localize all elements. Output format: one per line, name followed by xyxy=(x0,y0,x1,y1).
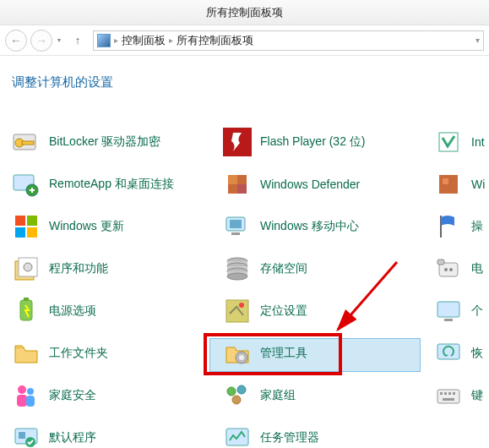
svg-rect-14 xyxy=(15,227,25,238)
up-button[interactable]: ↑ xyxy=(69,32,86,49)
svg-rect-38 xyxy=(444,319,453,321)
item-label: 键 xyxy=(471,388,483,403)
svg-rect-51 xyxy=(444,392,447,395)
item-label: RemoteApp 和桌面连接 xyxy=(49,177,174,192)
item-phone[interactable]: 电 xyxy=(434,254,485,283)
item-task-manager[interactable]: 任务管理器 xyxy=(223,423,434,448)
wifi-icon xyxy=(434,170,463,199)
item-homegroup[interactable]: 家庭组 xyxy=(223,381,434,410)
power-icon xyxy=(12,297,41,325)
item-admin-tools[interactable]: 管理工具 xyxy=(223,339,434,368)
flash-icon xyxy=(223,128,252,156)
svg-rect-9 xyxy=(237,184,247,194)
svg-point-42 xyxy=(18,385,26,394)
item-label: Int xyxy=(471,135,485,149)
item-label: Flash Player (32 位) xyxy=(260,134,365,150)
item-keyboard[interactable]: 键 xyxy=(434,381,485,410)
item-programs[interactable]: 程序和功能 xyxy=(12,254,223,283)
svg-rect-35 xyxy=(226,300,248,322)
svg-rect-52 xyxy=(448,392,451,395)
item-work-folders[interactable]: 工作文件夹 xyxy=(12,339,223,368)
page-heading: 调整计算机的设置 xyxy=(0,56,489,90)
svg-rect-18 xyxy=(231,232,240,235)
forward-button[interactable]: → xyxy=(30,30,52,52)
item-label: Wi xyxy=(471,178,485,191)
internet-icon xyxy=(434,128,463,156)
svg-rect-8 xyxy=(228,175,237,184)
item-label: 存储空间 xyxy=(260,261,307,276)
svg-rect-50 xyxy=(440,392,443,395)
item-personal[interactable]: 个 xyxy=(434,297,485,325)
window-title: 所有控制面板项 xyxy=(206,6,283,19)
svg-point-36 xyxy=(239,303,244,308)
recovery-icon xyxy=(434,339,463,368)
svg-point-40 xyxy=(239,355,244,360)
breadcrumb-sep: ▸ xyxy=(169,36,173,45)
item-flash[interactable]: Flash Player (32 位) xyxy=(223,128,434,156)
task-manager-icon xyxy=(223,423,252,448)
svg-rect-53 xyxy=(453,392,455,395)
svg-point-43 xyxy=(27,388,34,395)
item-bitlocker[interactable]: BitLocker 驱动器加密 xyxy=(12,128,223,156)
defender-icon xyxy=(223,170,252,199)
item-family-safety[interactable]: 家庭安全 xyxy=(12,381,223,410)
item-label: 电 xyxy=(471,261,483,276)
keyboard-icon xyxy=(434,381,463,410)
item-recovery[interactable]: 恢 xyxy=(434,339,485,368)
svg-point-48 xyxy=(232,396,241,404)
svg-rect-4 xyxy=(439,133,458,151)
item-location[interactable]: 定位设置 xyxy=(223,297,434,325)
svg-rect-17 xyxy=(230,220,242,228)
default-programs-icon xyxy=(12,423,41,448)
item-label: 家庭安全 xyxy=(49,388,96,403)
svg-rect-37 xyxy=(437,302,459,317)
item-remoteapp[interactable]: RemoteApp 和桌面连接 xyxy=(12,170,223,199)
family-icon xyxy=(12,381,41,410)
svg-rect-56 xyxy=(19,432,25,439)
phone-icon xyxy=(434,254,463,283)
item-label: 默认程序 xyxy=(49,430,96,445)
remoteapp-icon xyxy=(12,170,41,199)
item-mobility[interactable]: Windows 移动中心 xyxy=(223,212,434,241)
item-default-programs[interactable]: 默认程序 xyxy=(12,423,223,448)
breadcrumb-current[interactable]: 所有控制面板项 xyxy=(177,33,253,48)
svg-rect-2 xyxy=(22,141,34,145)
history-dropdown[interactable]: ▾ xyxy=(56,36,62,44)
svg-rect-34 xyxy=(24,298,29,301)
svg-rect-49 xyxy=(437,390,459,403)
address-dropdown[interactable]: ▾ xyxy=(475,36,480,45)
item-action[interactable]: 操 xyxy=(434,212,485,241)
programs-icon xyxy=(12,254,41,283)
item-label: Windows 更新 xyxy=(49,219,124,234)
svg-point-47 xyxy=(237,385,246,394)
item-storage[interactable]: 存储空间 xyxy=(223,254,434,283)
item-label: 程序和功能 xyxy=(49,261,108,276)
item-label: 恢 xyxy=(471,346,483,361)
item-label: 个 xyxy=(471,303,483,319)
control-panel-icon xyxy=(97,34,111,47)
item-label: Windows Defender xyxy=(260,178,360,191)
item-internet[interactable]: Int xyxy=(434,128,485,156)
svg-rect-11 xyxy=(443,178,448,184)
item-label: 定位设置 xyxy=(260,303,307,319)
svg-point-46 xyxy=(227,387,236,396)
svg-rect-30 xyxy=(437,260,444,265)
mobility-icon xyxy=(223,212,252,241)
svg-point-28 xyxy=(227,273,247,280)
breadcrumb-sep: ▸ xyxy=(114,36,118,45)
item-label: 工作文件夹 xyxy=(49,346,108,361)
item-wifi[interactable]: Wi xyxy=(434,170,485,199)
back-button[interactable]: ← xyxy=(5,30,27,52)
item-defender[interactable]: Windows Defender xyxy=(223,170,434,199)
svg-point-21 xyxy=(24,263,32,271)
item-label: Windows 移动中心 xyxy=(260,219,359,234)
item-windows-update[interactable]: Windows 更新 xyxy=(12,212,223,241)
svg-rect-12 xyxy=(15,216,25,226)
storage-icon xyxy=(223,254,252,283)
breadcrumb-root[interactable]: 控制面板 xyxy=(122,33,166,48)
item-label: BitLocker 驱动器加密 xyxy=(49,134,160,150)
item-label: 管理工具 xyxy=(260,346,307,361)
item-power[interactable]: 电源选项 xyxy=(12,297,223,325)
address-bar[interactable]: ▸ 控制面板 ▸ 所有控制面板项 ▾ xyxy=(93,30,484,51)
admin-tools-icon xyxy=(223,339,252,368)
